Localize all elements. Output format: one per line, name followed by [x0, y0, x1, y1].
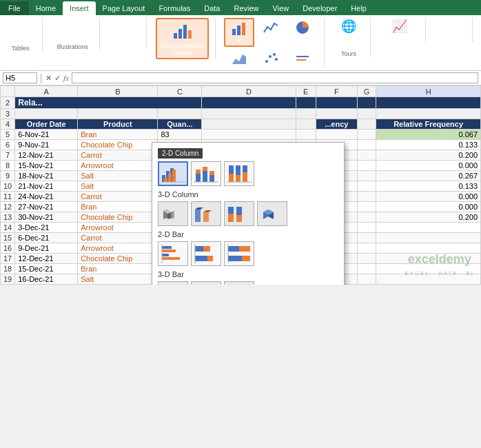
illustrations-button[interactable]: 🖼 Illustrations — [52, 18, 93, 42]
g9[interactable] — [357, 171, 376, 181]
stacked-column-chart[interactable] — [191, 161, 221, 186]
h13[interactable]: 0.200 — [376, 212, 481, 223]
tab-help[interactable]: Help — [344, 1, 373, 15]
e3[interactable] — [296, 109, 316, 119]
col-e-header[interactable]: E — [296, 86, 316, 97]
a11[interactable]: 24-Nov-21 — [15, 192, 78, 202]
tab-review[interactable]: Review — [227, 1, 265, 15]
h14[interactable] — [376, 223, 481, 233]
col-g-header[interactable]: G — [357, 86, 376, 97]
g19[interactable] — [357, 274, 376, 285]
col-b-header[interactable]: B — [78, 86, 158, 97]
g12[interactable] — [357, 202, 376, 212]
h15[interactable] — [376, 233, 481, 243]
b13[interactable]: Chocolate Chip — [78, 212, 158, 223]
col-a-header[interactable]: A — [15, 86, 78, 97]
d5[interactable] — [202, 130, 296, 140]
3d-col-chart-2[interactable] — [191, 201, 221, 226]
insert-line-chart-button[interactable] — [256, 18, 286, 47]
tables-button[interactable]: ⊞ Tables — [5, 18, 35, 43]
c5[interactable]: 83 — [158, 130, 202, 140]
h11[interactable]: 0.000 — [376, 192, 481, 202]
f5[interactable] — [316, 130, 357, 140]
a7[interactable]: 12-Nov-21 — [15, 150, 78, 161]
a19[interactable]: 16-Dec-21 — [15, 274, 78, 285]
3d-map-button[interactable]: 🌐 3DMap ▾ — [334, 18, 364, 49]
a6[interactable]: 9-Nov-21 — [15, 140, 78, 150]
recommended-charts-button[interactable]: RecommendedCharts — [156, 18, 209, 59]
b3[interactable] — [78, 109, 158, 119]
d3[interactable] — [202, 109, 296, 119]
h3[interactable] — [376, 109, 481, 119]
h7[interactable]: 0.200 — [376, 150, 481, 161]
3d-col-chart-3[interactable] — [224, 201, 254, 226]
3d-col-chart-4[interactable] — [257, 201, 287, 226]
a17[interactable]: 12-Dec-21 — [15, 254, 78, 264]
g5[interactable] — [357, 130, 376, 140]
tab-file[interactable]: File — [0, 1, 29, 15]
3d-col-chart-1[interactable] — [158, 201, 188, 226]
g14[interactable] — [357, 223, 376, 233]
g11[interactable] — [357, 192, 376, 202]
b16[interactable]: Arrowroot — [78, 243, 158, 254]
g6[interactable] — [357, 140, 376, 150]
b12[interactable]: Bran — [78, 202, 158, 212]
a3[interactable] — [15, 109, 78, 119]
h8[interactable]: 0.000 — [376, 161, 481, 171]
g8[interactable] — [357, 161, 376, 171]
3d-bar-chart-1[interactable] — [158, 281, 188, 285]
a9[interactable]: 18-Nov-21 — [15, 171, 78, 181]
g10[interactable] — [357, 181, 376, 192]
tab-home[interactable]: Home — [29, 1, 63, 15]
b18[interactable]: Bran — [78, 264, 158, 274]
g18[interactable] — [357, 264, 376, 274]
b6[interactable]: Chocolate Chip — [78, 140, 158, 150]
b8[interactable]: Arrowroot — [78, 161, 158, 171]
tab-insert[interactable]: Insert — [63, 1, 96, 15]
b7[interactable]: Carrot — [78, 150, 158, 161]
tab-formulas[interactable]: Formulas — [152, 1, 197, 15]
g15[interactable] — [357, 233, 376, 243]
col-d-header[interactable]: D — [202, 86, 296, 97]
insert-pie-chart-button[interactable] — [287, 18, 318, 47]
100pct-bar-chart[interactable] — [224, 241, 254, 266]
a5[interactable]: 6-Nov-21 — [15, 130, 78, 140]
a12[interactable]: 27-Nov-21 — [15, 202, 78, 212]
b10[interactable]: Salt — [78, 181, 158, 192]
a8[interactable]: 15-Nov-21 — [15, 161, 78, 171]
tab-data[interactable]: Data — [197, 1, 227, 15]
filters-button[interactable]: ▾ Filters — [436, 18, 466, 42]
confirm-icon[interactable]: ✓ — [54, 74, 61, 83]
insert-other-chart-button[interactable] — [287, 48, 318, 68]
a13[interactable]: 30-Nov-21 — [15, 212, 78, 223]
clustered-bar-chart[interactable] — [158, 241, 188, 266]
tab-view[interactable]: View — [266, 1, 296, 15]
100pct-stacked-column-chart[interactable] — [224, 161, 254, 186]
col-c-header[interactable]: C — [158, 86, 202, 97]
c3[interactable] — [158, 109, 202, 119]
b19[interactable]: Salt — [78, 274, 158, 285]
h12[interactable]: 0.000 — [376, 202, 481, 212]
f3[interactable] — [316, 109, 357, 119]
g7[interactable] — [357, 150, 376, 161]
a15[interactable]: 6-Dec-21 — [15, 233, 78, 243]
g13[interactable] — [357, 212, 376, 223]
a16[interactable]: 9-Dec-21 — [15, 243, 78, 254]
b15[interactable]: Carrot — [78, 233, 158, 243]
stacked-bar-chart[interactable] — [191, 241, 221, 266]
g17[interactable] — [357, 254, 376, 264]
h6[interactable]: 0.133 — [376, 140, 481, 150]
b17[interactable]: Chocolate Chip — [78, 254, 158, 264]
a18[interactable]: 15-Dec-21 — [15, 264, 78, 274]
cancel-icon[interactable]: ✕ — [45, 74, 52, 83]
a10[interactable]: 21-Nov-21 — [15, 181, 78, 192]
col-h-header[interactable]: H — [376, 86, 481, 97]
insert-scatter-chart-button[interactable] — [256, 48, 286, 68]
b5[interactable]: Bran — [78, 130, 158, 140]
col-f-header[interactable]: F — [316, 86, 357, 97]
function-icon[interactable]: 𝑓𝑥 — [63, 74, 69, 83]
b9[interactable]: Salt — [78, 171, 158, 181]
3d-bar-chart-2[interactable] — [191, 281, 221, 285]
b14[interactable]: Arrowroot — [78, 223, 158, 233]
h10[interactable]: 0.133 — [376, 181, 481, 192]
